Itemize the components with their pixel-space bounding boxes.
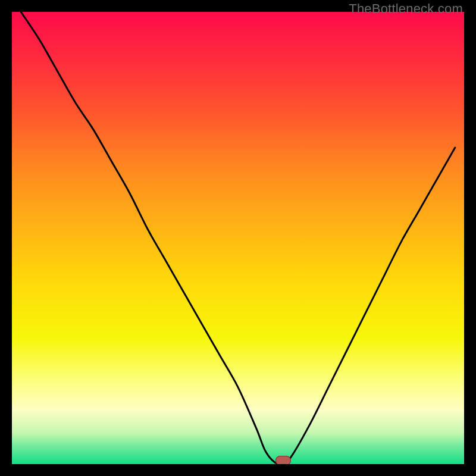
curve-layer — [12, 12, 464, 464]
plot-area — [12, 12, 464, 464]
watermark-text: TheBottleneck.com — [349, 1, 463, 17]
bottleneck-curve — [21, 12, 455, 464]
chart-stage: TheBottleneck.com — [0, 0, 476, 476]
optimal-marker — [275, 456, 291, 464]
